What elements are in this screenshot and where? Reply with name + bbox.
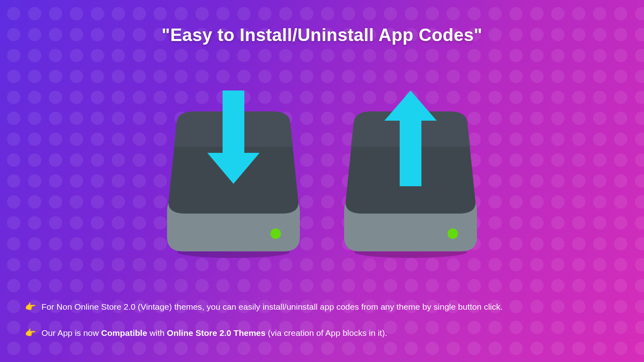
svg-marker-6 xyxy=(384,90,437,121)
drive-down-svg xyxy=(163,90,304,259)
pointing-hand-icon: 👉 xyxy=(25,301,36,313)
bullet-item: 👉 Our App is now Compatible with Online … xyxy=(25,327,619,339)
svg-rect-7 xyxy=(400,119,421,186)
svg-point-5 xyxy=(448,228,458,239)
bullet-text: Our App is now Compatible with Online St… xyxy=(41,327,387,339)
svg-point-1 xyxy=(270,228,281,239)
bullet-text: For Non Online Store 2.0 (Vintage) theme… xyxy=(41,301,503,313)
drive-install-icon xyxy=(163,90,304,259)
promo-banner: "Easy to Install/Uninstall App Codes" xyxy=(0,0,644,362)
bullet-item: 👉 For Non Online Store 2.0 (Vintage) the… xyxy=(25,301,619,313)
drive-icons-row xyxy=(0,90,644,259)
drive-uninstall-icon xyxy=(340,90,481,259)
feature-bullets: 👉 For Non Online Store 2.0 (Vintage) the… xyxy=(25,301,619,339)
svg-rect-2 xyxy=(223,90,244,155)
drive-up-svg xyxy=(340,90,481,259)
headline: "Easy to Install/Uninstall App Codes" xyxy=(0,25,644,45)
pointing-hand-icon: 👉 xyxy=(25,327,36,339)
